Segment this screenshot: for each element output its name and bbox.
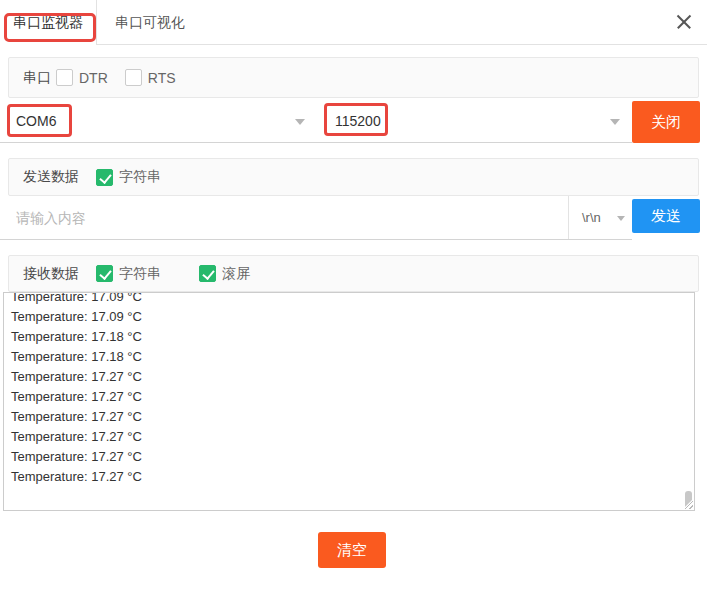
chevron-down-icon bbox=[610, 119, 620, 125]
baud-select[interactable]: 115200 bbox=[317, 100, 632, 142]
send-string-checkbox[interactable] bbox=[96, 169, 113, 186]
serial-section-label: 串口 bbox=[23, 69, 51, 87]
log-line: Temperature: 17.09 °C bbox=[11, 307, 694, 327]
close-icon[interactable] bbox=[676, 14, 692, 30]
baud-select-value: 115200 bbox=[335, 113, 381, 129]
send-button[interactable]: 发送 bbox=[632, 199, 700, 233]
log-line: Temperature: 17.27 °C bbox=[11, 467, 694, 487]
serial-monitor-window: 串口监视器 串口可视化 串口 DTR RTS COM6 115200 关闭 发送… bbox=[0, 0, 707, 594]
log-line: Temperature: 17.27 °C bbox=[11, 407, 694, 427]
send-string-label: 字符串 bbox=[119, 168, 161, 186]
receive-section-header: 接收数据 字符串 滚屏 bbox=[8, 255, 699, 292]
receive-log-content: Temperature: 17.09 °C Temperature: 17.09… bbox=[4, 292, 694, 487]
line-ending-select[interactable]: \r\n bbox=[568, 196, 632, 239]
tab-serial-visualizer-label: 串口可视化 bbox=[115, 14, 185, 32]
send-section-label: 发送数据 bbox=[23, 168, 79, 186]
chevron-down-icon bbox=[617, 216, 625, 221]
dtr-label: DTR bbox=[79, 70, 108, 86]
log-line: Temperature: 17.27 °C bbox=[11, 447, 694, 467]
log-line: Temperature: 17.18 °C bbox=[11, 327, 694, 347]
receive-log-area[interactable]: Temperature: 17.09 °C Temperature: 17.09… bbox=[3, 292, 695, 511]
tab-bar: 串口监视器 串口可视化 bbox=[0, 0, 707, 45]
autoscroll-checkbox[interactable] bbox=[199, 265, 216, 282]
close-port-button-label: 关闭 bbox=[651, 113, 681, 132]
clear-button-label: 清空 bbox=[337, 541, 367, 560]
receive-section-label: 接收数据 bbox=[23, 265, 79, 283]
autoscroll-label: 滚屏 bbox=[222, 265, 250, 283]
port-select[interactable]: COM6 bbox=[0, 100, 317, 142]
tab-serial-monitor[interactable]: 串口监视器 bbox=[0, 0, 97, 45]
send-input-row: \r\n bbox=[0, 196, 632, 240]
rts-checkbox[interactable] bbox=[125, 69, 142, 86]
log-line: Temperature: 17.27 °C bbox=[11, 367, 694, 387]
send-section-header: 发送数据 字符串 bbox=[8, 158, 699, 196]
tab-serial-monitor-label: 串口监视器 bbox=[13, 14, 83, 32]
log-line: Temperature: 17.09 °C bbox=[11, 292, 694, 307]
port-settings-row: COM6 115200 bbox=[0, 100, 632, 143]
receive-string-label: 字符串 bbox=[119, 265, 161, 283]
send-input[interactable] bbox=[0, 196, 568, 239]
line-ending-value: \r\n bbox=[582, 210, 601, 225]
clear-button[interactable]: 清空 bbox=[318, 532, 386, 568]
dtr-checkbox[interactable] bbox=[56, 69, 73, 86]
tab-serial-visualizer[interactable]: 串口可视化 bbox=[97, 0, 203, 45]
log-line: Temperature: 17.27 °C bbox=[11, 427, 694, 447]
receive-string-checkbox[interactable] bbox=[96, 265, 113, 282]
log-line: Temperature: 17.18 °C bbox=[11, 347, 694, 367]
serial-options-section: 串口 DTR RTS bbox=[8, 57, 699, 98]
close-port-button[interactable]: 关闭 bbox=[632, 101, 700, 143]
send-button-label: 发送 bbox=[651, 207, 681, 226]
rts-label: RTS bbox=[148, 70, 176, 86]
log-line: Temperature: 17.27 °C bbox=[11, 387, 694, 407]
port-select-value: COM6 bbox=[16, 113, 56, 129]
chevron-down-icon bbox=[295, 119, 305, 125]
